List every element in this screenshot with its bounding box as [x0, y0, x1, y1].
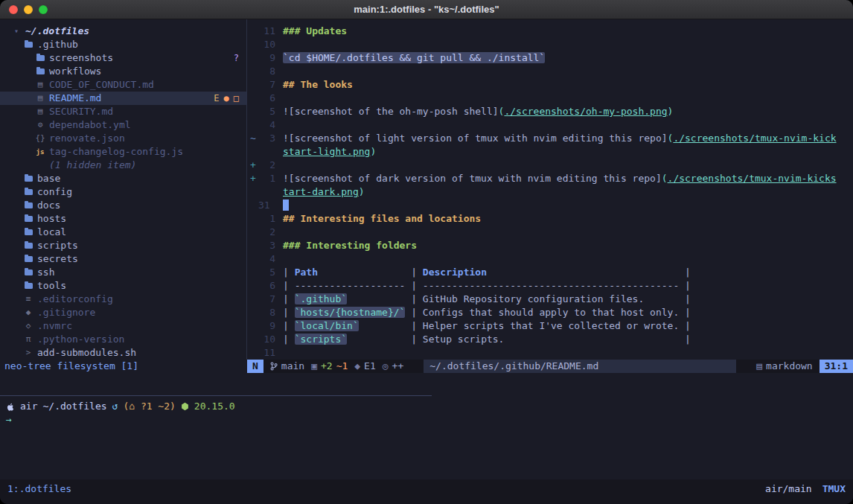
folder-icon: [22, 176, 34, 182]
editor-line[interactable]: tart-dark.png): [247, 185, 853, 199]
minimize-button[interactable]: [24, 5, 33, 14]
line-number: 31: [258, 199, 275, 212]
tree-item-label: renovate.json: [49, 132, 125, 145]
shell-input-line[interactable]: →: [0, 413, 853, 427]
git-branch[interactable]: main: [270, 360, 304, 373]
editor-line[interactable]: start-light.png): [247, 145, 853, 159]
line-number: 11: [258, 346, 275, 360]
editor-line[interactable]: 10| `scripts` | Setup scripts. |: [247, 333, 853, 346]
tmux-statusbar: 1:.dotfiles air/main TMUX: [0, 479, 853, 504]
tree-item-scripts[interactable]: scripts: [0, 239, 246, 252]
editor-line[interactable]: ~3![screenshot of light version of tmux …: [247, 132, 853, 145]
folder-icon: [22, 243, 34, 249]
editor-line[interactable]: 8: [247, 65, 853, 78]
editor-line[interactable]: 2: [247, 226, 853, 239]
gitsign-empty: [247, 51, 258, 65]
tree-item-hosts[interactable]: hosts: [0, 212, 246, 226]
tree-item-secrets[interactable]: secrets: [0, 252, 246, 266]
filepath-chip[interactable]: ~/.dotfiles/.github/README.md: [424, 360, 736, 373]
neotree-statusline: neo-tree filesystem [1]: [0, 360, 247, 373]
folder-icon: [22, 216, 34, 222]
tree-item-workflows[interactable]: workflows: [0, 65, 246, 78]
editor-line[interactable]: 11### Updates: [247, 25, 853, 38]
tree-item-local[interactable]: local: [0, 226, 246, 239]
editor-line[interactable]: 1## Interesting files and locations: [247, 212, 853, 226]
editor-line[interactable]: 8| `hosts/{hostname}/` | Configs that sh…: [247, 306, 853, 319]
tree-item-readme-md[interactable]: ▤README.mdE●□: [0, 92, 246, 105]
neotree-panel[interactable]: ▾~/.dotfiles.githubscreenshots?workflows…: [0, 19, 246, 360]
tree-item-tools[interactable]: tools: [0, 279, 246, 293]
folder-icon: [34, 68, 46, 74]
tmux-pane-divider[interactable]: [0, 395, 432, 396]
line-text: [275, 159, 283, 172]
node-file-icon: ◇: [22, 319, 34, 333]
tree-item-github[interactable]: .github: [0, 38, 246, 51]
git-file-icon: ◆: [22, 306, 34, 319]
tree-item-code-of-conduct-md[interactable]: ▤CODE_OF_CONDUCT.md: [0, 78, 246, 92]
line-text: [275, 226, 283, 239]
editor-buffer[interactable]: 11### Updates 10 9`cd $HOME/.dotfiles &&…: [247, 25, 853, 360]
mode-indicator: N: [247, 360, 263, 373]
editor-line[interactable]: 9| `local/bin` | Helper scripts that I'v…: [247, 319, 853, 333]
editor-line[interactable]: 9`cd $HOME/.dotfiles && git pull && ./in…: [247, 51, 853, 65]
editor-line[interactable]: 4: [247, 118, 853, 132]
tree-item-base[interactable]: base: [0, 172, 246, 185]
editor-line[interactable]: 7## The looks: [247, 78, 853, 92]
folder-open-icon: [22, 42, 34, 48]
tree-item-tag-changelog-config-js[interactable]: jstag-changelog-config.js: [0, 145, 246, 159]
tree-item-1-hidden-item[interactable]: (1 hidden item): [0, 159, 246, 172]
editor-line[interactable]: 10: [247, 38, 853, 51]
tree-item-editorconfig[interactable]: ≡.editorconfig: [0, 293, 246, 306]
gitsign-empty: [247, 346, 258, 360]
tree-item-label: tools: [37, 279, 66, 293]
line-number: 1: [258, 212, 275, 226]
status-badge: ?: [234, 51, 239, 65]
editor-line[interactable]: 5![screenshot of the oh-my-posh shell](.…: [247, 105, 853, 118]
tree-item-dependabot-yml[interactable]: ⚙dependabot.yml: [0, 118, 246, 132]
tree-item-add-submodules-sh[interactable]: >add-submodules.sh: [0, 346, 246, 360]
line-text: ![screenshot of the oh-my-posh shell](./…: [275, 105, 673, 118]
tree-item-dotfiles[interactable]: ▾~/.dotfiles: [0, 25, 246, 38]
editor-line[interactable]: 7| `.github` | GitHub Repository configu…: [247, 293, 853, 306]
gitsign-empty: [247, 293, 258, 306]
editor-line[interactable]: 6| ------------------- | ---------------…: [247, 279, 853, 293]
line-text: ## Interesting files and locations: [275, 212, 481, 226]
tree-item-docs[interactable]: docs: [0, 199, 246, 212]
gitsign-change-icon: ~: [247, 132, 258, 145]
gitsign-empty: [247, 25, 258, 38]
line-text: [275, 65, 283, 78]
filetype-name: markdown: [766, 360, 813, 373]
zoom-button[interactable]: [39, 5, 48, 14]
tmux-window-tab[interactable]: 1:.dotfiles: [7, 482, 71, 496]
line-number: 4: [258, 118, 275, 132]
editor-line[interactable]: 5| Path | Description |: [247, 266, 853, 279]
tree-item-python-version[interactable]: π.python-version: [0, 333, 246, 346]
gitsign-empty: [247, 306, 258, 319]
gitsign-empty: [247, 199, 258, 212]
line-number: 2: [258, 159, 275, 172]
diagnostics: ◆ E1: [354, 360, 375, 373]
tree-item-screenshots[interactable]: screenshots?: [0, 51, 246, 65]
tree-item-config[interactable]: config: [0, 185, 246, 199]
folder-icon: [22, 283, 34, 289]
editor-line[interactable]: +2: [247, 159, 853, 172]
editor-line[interactable]: 31: [247, 199, 853, 212]
tree-item-nvmrc[interactable]: ◇.nvmrc: [0, 319, 246, 333]
tree-item-label: (1 hidden item): [49, 159, 136, 172]
line-text: ## The looks: [275, 78, 353, 92]
chevron-down-icon: ▾: [10, 25, 22, 38]
close-button[interactable]: [9, 5, 18, 14]
shell-pane[interactable]: air ~/.dotfiles ↺ (⌂ ?1 ~2) 20.15.0 →: [0, 400, 853, 427]
tree-item-security-md[interactable]: ▤SECURITY.md: [0, 105, 246, 118]
editor-line[interactable]: 6: [247, 92, 853, 105]
tree-item-renovate-json[interactable]: {}renovate.json: [0, 132, 246, 145]
tree-item-ssh[interactable]: ssh: [0, 266, 246, 279]
js-file-icon: js: [34, 145, 46, 159]
line-number: 10: [258, 38, 275, 51]
editor-line[interactable]: 11: [247, 346, 853, 360]
tree-item-gitignore[interactable]: ◆.gitignore: [0, 306, 246, 319]
editor-line[interactable]: 4: [247, 252, 853, 266]
editor-line[interactable]: +1![screenshot of dark version of tmux w…: [247, 172, 853, 185]
editor-line[interactable]: 3### Interesting folders: [247, 239, 853, 252]
tree-item-label: hosts: [37, 212, 66, 226]
